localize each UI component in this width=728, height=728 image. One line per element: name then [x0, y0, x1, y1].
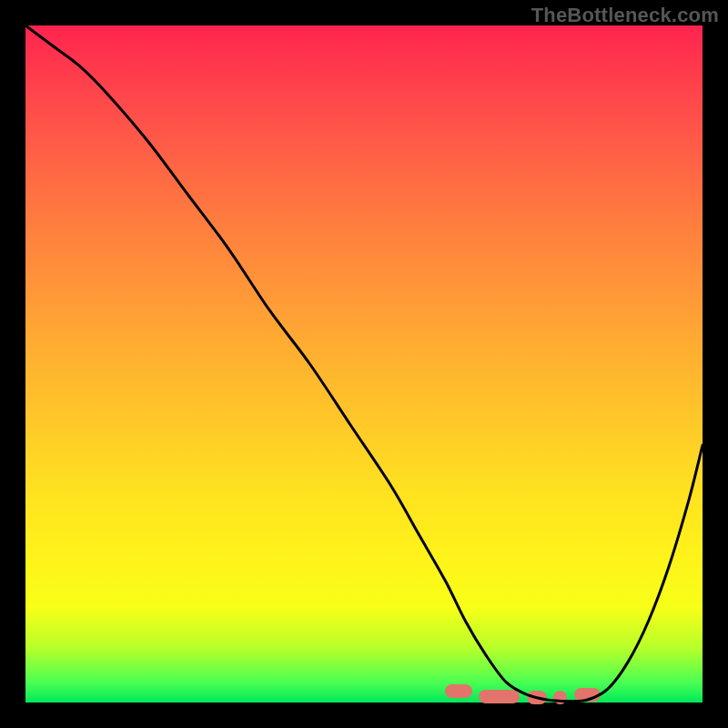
bottleneck-curve — [25, 25, 703, 703]
watermark-text: TheBottleneck.com — [531, 4, 719, 27]
plot-area — [25, 25, 703, 703]
